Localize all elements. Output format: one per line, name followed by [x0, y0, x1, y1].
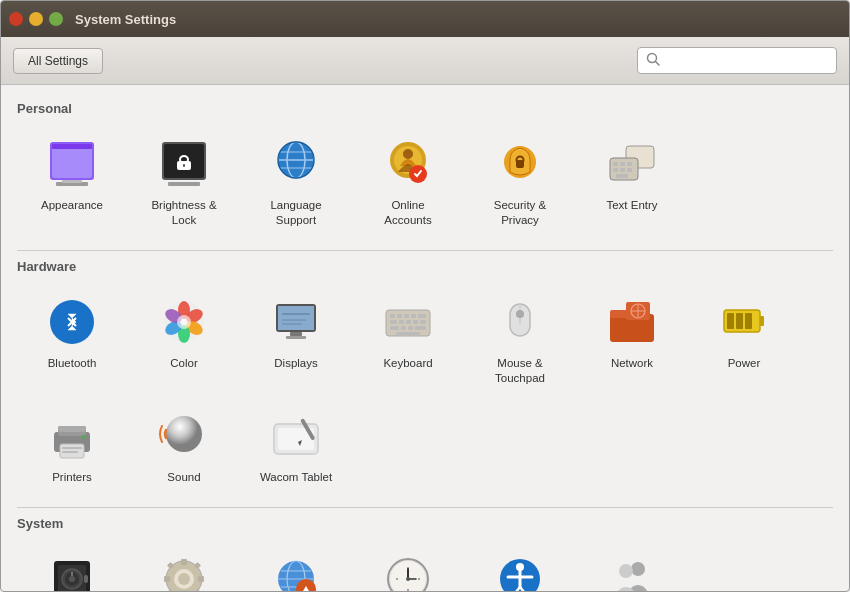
svg-line-1: [656, 62, 660, 66]
svg-point-137: [631, 562, 645, 576]
svg-rect-11: [183, 164, 185, 167]
svg-point-114: [178, 573, 190, 585]
system-grid: Backups: [17, 541, 833, 591]
wacom-icon: [268, 408, 324, 464]
text-entry-icon: [604, 136, 660, 192]
settings-content: Personal Appearance: [1, 85, 849, 591]
section-personal-title: Personal: [17, 101, 833, 116]
svg-rect-121: [305, 589, 307, 591]
svg-rect-65: [390, 326, 399, 330]
svg-rect-49: [290, 332, 302, 336]
time-date-icon: [380, 551, 436, 591]
svg-rect-105: [181, 559, 187, 565]
settings-item-wacom[interactable]: Wacom Tablet: [241, 398, 351, 495]
settings-item-language[interactable]: LanguageSupport: [241, 126, 351, 238]
svg-rect-30: [620, 162, 625, 166]
online-accounts-label: OnlineAccounts: [384, 198, 431, 228]
svg-rect-89: [62, 451, 78, 453]
svg-rect-68: [415, 326, 426, 330]
svg-rect-50: [286, 336, 306, 339]
personal-grid: Appearance Brightness &L: [17, 126, 833, 238]
toolbar: All Settings: [1, 37, 849, 85]
svg-rect-48: [278, 306, 314, 330]
details-icon: [156, 551, 212, 591]
settings-item-appearance[interactable]: Appearance: [17, 126, 127, 238]
svg-point-138: [619, 564, 633, 578]
settings-item-sound[interactable]: Sound: [129, 398, 239, 495]
section-system-title: System: [17, 516, 833, 531]
svg-rect-61: [399, 320, 404, 324]
settings-item-color[interactable]: Color: [129, 284, 239, 396]
displays-icon: [268, 294, 324, 350]
close-button[interactable]: ×: [9, 12, 23, 26]
wacom-label: Wacom Tablet: [260, 470, 332, 485]
keyboard-icon: [380, 294, 436, 350]
svg-rect-32: [613, 168, 618, 172]
svg-rect-64: [420, 320, 426, 324]
svg-rect-86: [58, 426, 86, 432]
section-hardware: Hardware Bluetooth: [17, 259, 833, 495]
all-settings-button[interactable]: All Settings: [13, 48, 103, 74]
security-label: Security &Privacy: [494, 198, 546, 228]
search-box: [637, 47, 837, 74]
svg-rect-82: [736, 313, 743, 329]
svg-point-130: [406, 577, 410, 581]
system-settings-window: × − + System Settings All Settings Perso…: [0, 0, 850, 592]
settings-item-keyboard[interactable]: Keyboard: [353, 284, 463, 396]
settings-item-universal-access[interactable]: UniversalAccess: [465, 541, 575, 591]
settings-item-bluetooth[interactable]: Bluetooth: [17, 284, 127, 396]
svg-point-90: [82, 435, 86, 439]
settings-item-brightness-lock[interactable]: Brightness &Lock: [129, 126, 239, 238]
search-input[interactable]: [664, 54, 828, 68]
settings-item-text-entry[interactable]: Text Entry: [577, 126, 687, 238]
settings-item-mouse[interactable]: Mouse &Touchpad: [465, 284, 575, 396]
minimize-button[interactable]: −: [29, 12, 43, 26]
power-icon: [716, 294, 772, 350]
bluetooth-label: Bluetooth: [48, 356, 97, 371]
svg-point-100: [69, 576, 75, 582]
svg-rect-67: [408, 326, 413, 330]
svg-rect-60: [390, 320, 397, 324]
svg-rect-58: [411, 314, 416, 318]
settings-item-user-accounts[interactable]: UserAccounts: [577, 541, 687, 591]
printers-icon: [44, 408, 100, 464]
appearance-label: Appearance: [41, 198, 103, 213]
window-title: System Settings: [75, 12, 176, 27]
svg-rect-107: [164, 576, 170, 582]
settings-item-network[interactable]: Network: [577, 284, 687, 396]
divider-system: [17, 507, 833, 508]
displays-label: Displays: [274, 356, 317, 371]
settings-item-displays[interactable]: Displays: [241, 284, 351, 396]
universal-access-icon: [492, 551, 548, 591]
svg-point-91: [166, 416, 202, 452]
network-label: Network: [611, 356, 653, 371]
text-entry-label: Text Entry: [606, 198, 657, 213]
svg-rect-62: [406, 320, 411, 324]
settings-item-security[interactable]: Security &Privacy: [465, 126, 575, 238]
settings-item-time-date[interactable]: Time & Date: [353, 541, 463, 591]
online-accounts-icon: [380, 136, 436, 192]
settings-item-printers[interactable]: Printers: [17, 398, 127, 495]
svg-rect-81: [727, 313, 734, 329]
svg-point-46: [177, 315, 191, 329]
svg-rect-88: [62, 447, 82, 449]
search-icon: [646, 52, 660, 69]
svg-rect-72: [516, 310, 524, 318]
settings-item-details[interactable]: Details: [129, 541, 239, 591]
settings-item-power[interactable]: Power: [689, 284, 799, 396]
svg-point-21: [403, 149, 413, 159]
language-icon: [268, 136, 324, 192]
svg-rect-56: [397, 314, 402, 318]
maximize-button[interactable]: +: [49, 12, 63, 26]
printers-label: Printers: [52, 470, 92, 485]
settings-item-online-accounts[interactable]: OnlineAccounts: [353, 126, 463, 238]
svg-rect-57: [404, 314, 409, 318]
svg-rect-69: [396, 332, 420, 335]
settings-item-backups[interactable]: Backups: [17, 541, 127, 591]
sound-label: Sound: [167, 470, 200, 485]
power-label: Power: [728, 356, 761, 371]
brightness-lock-icon: [156, 136, 212, 192]
settings-item-software-updates[interactable]: Software &Updates: [241, 541, 351, 591]
divider-hardware: [17, 250, 833, 251]
mouse-icon: [492, 294, 548, 350]
